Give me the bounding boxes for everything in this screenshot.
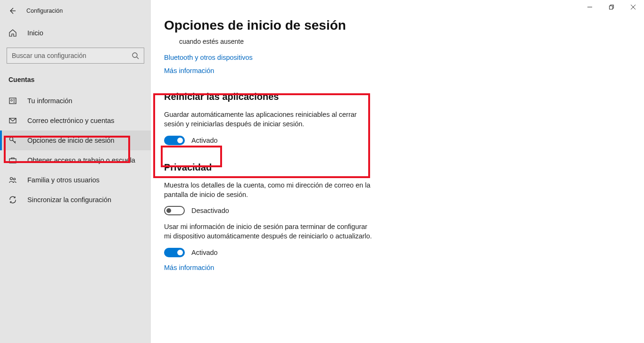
nav-label: Tu información (27, 97, 72, 105)
minimize-button[interactable] (579, 0, 601, 14)
home-icon (8, 29, 17, 37)
nav-item-signin-options[interactable]: Opciones de inicio de sesión (0, 131, 151, 150)
privacy-toggle-1-row: Desactivado (164, 206, 376, 215)
window-title: Configuración (26, 8, 63, 14)
home-nav[interactable]: Inicio (0, 23, 151, 43)
restart-apps-toggle[interactable] (164, 136, 185, 145)
people-icon (8, 176, 17, 184)
restart-apps-toggle-label: Activado (191, 137, 218, 144)
svg-point-14 (14, 178, 16, 180)
link-privacy-more-info[interactable]: Más información (164, 264, 376, 271)
content-area: Opciones de inicio de sesión cuando esté… (151, 0, 644, 343)
svg-line-11 (15, 141, 16, 142)
group-privacy: Privacidad Muestra los detalles de la cu… (164, 162, 376, 271)
page-title: Opciones de inicio de sesión (164, 18, 625, 33)
nav-item-email[interactable]: Correo electrónico y cuentas (0, 111, 151, 131)
search-icon (132, 52, 139, 59)
nav-label: Opciones de inicio de sesión (27, 137, 115, 144)
link-bluetooth[interactable]: Bluetooth y otros dispositivos (164, 54, 625, 61)
nav-item-family[interactable]: Familia y otros usuarios (0, 170, 151, 190)
restart-apps-desc: Guardar automáticamente las aplicaciones… (164, 110, 376, 129)
briefcase-icon (8, 156, 17, 164)
restart-apps-toggle-row: Activado (164, 136, 376, 145)
sidebar: Configuración Inicio Cuentas Tu informac… (0, 0, 151, 343)
nav-label: Obtener acceso a trabajo o escuela (27, 156, 135, 164)
privacy-toggle-2-row: Activado (164, 248, 376, 257)
privacy-heading: Privacidad (164, 162, 376, 173)
sync-icon (8, 196, 17, 204)
nav-label: Correo electrónico y cuentas (27, 117, 115, 124)
privacy-desc-1: Muestra los detalles de la cuenta, como … (164, 180, 376, 200)
privacy-toggle-1[interactable] (164, 206, 185, 215)
nav-item-your-info[interactable]: Tu información (0, 91, 151, 111)
partial-text: cuando estés ausente (164, 38, 625, 45)
close-button[interactable] (622, 0, 644, 14)
key-icon (8, 136, 17, 145)
svg-point-4 (11, 99, 13, 101)
svg-point-9 (10, 138, 13, 141)
privacy-toggle-2-label: Activado (191, 249, 218, 256)
svg-rect-12 (9, 159, 16, 163)
svg-line-2 (137, 57, 139, 59)
search-box[interactable] (7, 48, 144, 64)
svg-point-13 (10, 178, 13, 180)
window-controls (579, 0, 644, 14)
section-label: Cuentas (0, 68, 151, 91)
home-label: Inicio (27, 29, 43, 37)
mail-icon (8, 116, 17, 125)
maximize-button[interactable] (601, 0, 622, 14)
svg-point-1 (132, 53, 137, 57)
privacy-toggle-1-label: Desactivado (191, 207, 229, 214)
nav-label: Sincronizar la configuración (27, 196, 111, 204)
search-input[interactable] (12, 52, 132, 59)
nav-item-sync[interactable]: Sincronizar la configuración (0, 190, 151, 210)
restart-apps-heading: Reiniciar las aplicaciones (164, 91, 376, 102)
back-icon[interactable] (8, 7, 16, 15)
nav-item-work-school[interactable]: Obtener acceso a trabajo o escuela (0, 150, 151, 170)
titlebar: Configuración (0, 5, 151, 23)
privacy-toggle-2[interactable] (164, 248, 185, 257)
group-restart-apps: Reiniciar las aplicaciones Guardar autom… (164, 91, 376, 145)
svg-rect-16 (610, 6, 613, 9)
privacy-desc-2: Usar mi información de inicio de sesión … (164, 222, 376, 241)
person-icon (8, 97, 17, 105)
link-more-info[interactable]: Más información (164, 67, 625, 74)
nav-label: Familia y otros usuarios (27, 176, 99, 184)
